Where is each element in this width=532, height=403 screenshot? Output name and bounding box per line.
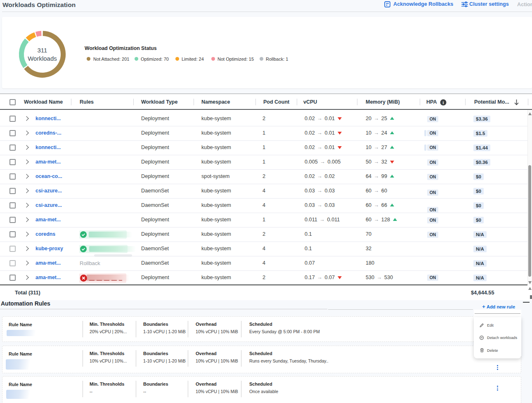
svg-text:i: i (443, 100, 444, 105)
